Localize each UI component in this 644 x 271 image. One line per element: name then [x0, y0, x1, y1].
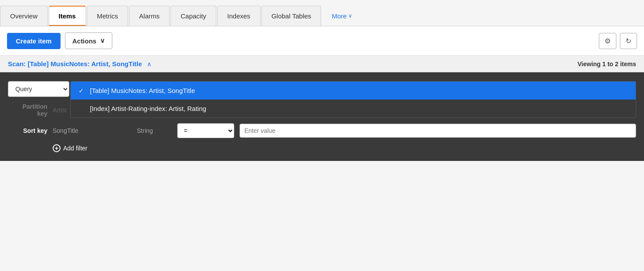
query-mode-row: Scan Query ✓ [Table] MusicNotes: Artist,…: [8, 81, 636, 97]
actions-chevron-icon: ∨: [100, 37, 105, 45]
more-chevron-icon: ∨: [348, 13, 352, 19]
sort-key-row: Sort key SongTitle String = < <= > >= be…: [8, 123, 636, 138]
tab-indexes[interactable]: Indexes: [217, 6, 261, 26]
settings-icon: ⚙: [605, 37, 611, 45]
refresh-icon: ↻: [626, 37, 631, 45]
checkmark-icon: ✓: [79, 87, 86, 94]
actions-button[interactable]: Actions ∨: [65, 32, 112, 49]
settings-button[interactable]: ⚙: [599, 33, 616, 49]
toolbar: Create item Actions ∨ ⚙ ↻: [0, 26, 644, 56]
tab-global-tables[interactable]: Global Tables: [261, 6, 322, 26]
tab-alarms[interactable]: Alarms: [129, 6, 170, 26]
sort-key-operator-select[interactable]: = < <= > >= begins_with between: [177, 123, 234, 138]
tab-more[interactable]: More ∨: [322, 6, 362, 26]
query-panel: Scan Query ✓ [Table] MusicNotes: Artist,…: [0, 72, 644, 161]
add-filter-button[interactable]: + Add filter: [53, 144, 87, 152]
toolbar-right: ⚙ ↻: [599, 33, 637, 49]
scan-label: Scan: [Table] MusicNotes: Artist, SongTi…: [8, 60, 142, 68]
sort-key-type: String: [137, 127, 172, 134]
sort-key-name: SongTitle: [53, 127, 132, 134]
sort-key-label: Sort key: [8, 127, 47, 134]
sort-key-value-input[interactable]: [240, 124, 636, 138]
add-filter-icon: +: [53, 144, 61, 152]
scan-collapse-icon[interactable]: ∧: [147, 61, 151, 68]
create-item-button[interactable]: Create item: [7, 33, 61, 49]
refresh-button[interactable]: ↻: [620, 33, 637, 49]
tab-metrics[interactable]: Metrics: [87, 6, 128, 26]
add-filter-row: + Add filter: [8, 144, 636, 152]
scan-label-group: Scan: [Table] MusicNotes: Artist, SongTi…: [8, 60, 151, 68]
tab-capacity[interactable]: Capacity: [171, 6, 216, 26]
partition-key-label: Partitionkey: [8, 103, 47, 117]
tab-bar: Overview Items Metrics Alarms Capacity I…: [0, 0, 644, 26]
tab-items[interactable]: Items: [49, 6, 86, 26]
dropdown-index-option[interactable]: ✓ [Index] Artist-Rating-index: Artist, R…: [71, 100, 636, 118]
table-index-dropdown: ✓ [Table] MusicNotes: Artist, SongTitle …: [70, 81, 636, 118]
toolbar-left: Create item Actions ∨: [7, 32, 112, 49]
query-mode-select[interactable]: Scan Query: [8, 81, 69, 97]
dropdown-table-option[interactable]: ✓ [Table] MusicNotes: Artist, SongTitle: [71, 82, 636, 100]
scan-bar: Scan: [Table] MusicNotes: Artist, SongTi…: [0, 56, 644, 72]
viewing-count: Viewing 1 to 2 items: [577, 61, 636, 68]
tab-overview[interactable]: Overview: [0, 6, 48, 26]
